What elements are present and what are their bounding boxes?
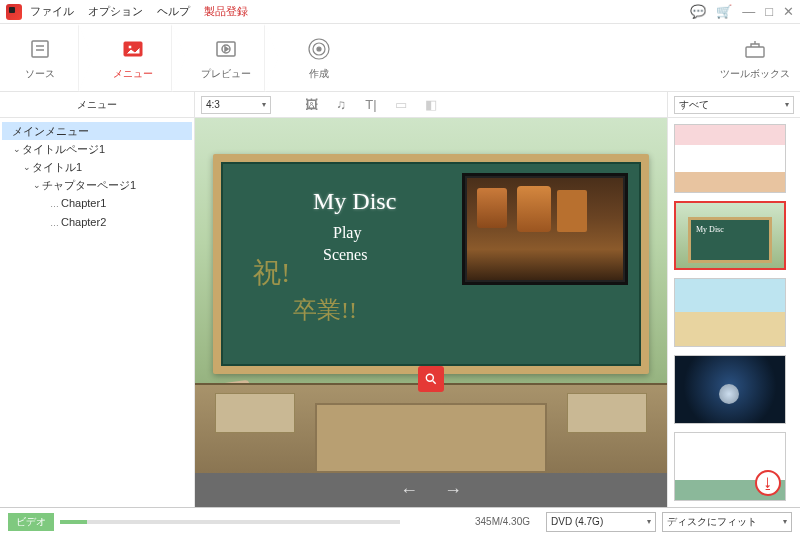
chalkboard: My Disc Play Scenes 祝! 卒業!! <box>221 162 641 366</box>
toolbox-label: ツールボックス <box>720 67 790 81</box>
nav-next-icon[interactable]: → <box>444 480 462 501</box>
cart-icon[interactable]: 🛒 <box>716 4 732 19</box>
disc-title-text[interactable]: My Disc <box>313 188 396 215</box>
template-item-5[interactable]: ⭳ <box>674 432 786 501</box>
left-panel-header: メニュー <box>0 92 194 118</box>
menu-help[interactable]: ヘルプ <box>157 4 190 19</box>
svg-point-10 <box>317 47 321 51</box>
template-item-2[interactable]: My Disc <box>674 201 786 270</box>
create-icon <box>305 35 333 63</box>
menu-tree: メインメニュー ⌄タイトルページ1 ⌄タイトル1 ⌄チャプターページ1 Chap… <box>0 118 194 236</box>
aspect-ratio-select[interactable]: 4:3▾ <box>201 96 271 114</box>
chalk-decoration-1: 祝! <box>253 254 290 292</box>
text-tool-icon[interactable]: T| <box>363 97 379 113</box>
menu-bar: ファイル オプション ヘルプ 製品登録 <box>30 4 690 19</box>
play-button-text[interactable]: Play <box>333 224 361 242</box>
step-menu[interactable]: メニュー <box>93 24 173 92</box>
nav-prev-icon[interactable]: ← <box>400 480 418 501</box>
size-text: 345M/4.30G <box>475 516 530 527</box>
chevron-down-icon: ▾ <box>262 100 266 109</box>
disc-type-select[interactable]: DVD (4.7G)▾ <box>546 512 656 532</box>
scenes-button-text[interactable]: Scenes <box>323 246 367 264</box>
minimize-icon[interactable]: — <box>742 4 755 19</box>
layout-tool-icon[interactable]: ◧ <box>423 97 439 113</box>
frame-tool-icon[interactable]: ▭ <box>393 97 409 113</box>
svg-marker-7 <box>225 47 228 51</box>
magnify-button[interactable] <box>418 366 444 392</box>
template-item-4[interactable] <box>674 355 786 424</box>
svg-rect-0 <box>32 41 48 57</box>
chevron-down-icon: ▾ <box>785 100 789 109</box>
chalk-decoration-2: 卒業!! <box>293 294 357 326</box>
template-item-1[interactable] <box>674 124 786 193</box>
work-area: メニュー メインメニュー ⌄タイトルページ1 ⌄タイトル1 ⌄チャプターページ1… <box>0 92 800 507</box>
maximize-icon[interactable]: □ <box>765 4 773 19</box>
right-panel-header: すべて▾ <box>668 92 800 118</box>
right-panel: すべて▾ My Disc ⭳ <box>668 92 800 507</box>
tree-chapter2[interactable]: Chapter2 <box>2 213 192 232</box>
fit-select[interactable]: ディスクにフィット▾ <box>662 512 792 532</box>
preview-icon <box>212 35 240 63</box>
center-panel: 4:3▾ 🖼 ♫ T| ▭ ◧ My Disc Play Scenes 祝! <box>195 92 668 507</box>
menu-option[interactable]: オプション <box>88 4 143 19</box>
tree-title[interactable]: ⌄タイトル1 <box>2 158 192 176</box>
toolbox-icon <box>741 35 769 63</box>
menu-file[interactable]: ファイル <box>30 4 74 19</box>
chevron-down-icon: ▾ <box>647 517 651 526</box>
step-create[interactable]: 作成 <box>279 24 359 92</box>
step-preview[interactable]: プレビュー <box>186 24 266 92</box>
image-tool-icon[interactable]: 🖼 <box>303 97 319 113</box>
step-source[interactable]: ソース <box>0 24 80 92</box>
title-bar: ファイル オプション ヘルプ 製品登録 💬 🛒 — □ ✕ <box>0 0 800 24</box>
toolbox-button[interactable]: ツールボックス <box>710 24 800 92</box>
video-badge: ビデオ <box>8 513 54 531</box>
chevron-down-icon: ▾ <box>783 517 787 526</box>
tree-chapter-page[interactable]: ⌄チャプターページ1 <box>2 176 192 194</box>
preview-navbar: ← → <box>195 473 667 507</box>
svg-line-14 <box>433 381 436 384</box>
chalkboard-frame: My Disc Play Scenes 祝! 卒業!! <box>213 154 649 374</box>
tree-main-menu[interactable]: メインメニュー <box>2 122 192 140</box>
feedback-icon[interactable]: 💬 <box>690 4 706 19</box>
source-icon <box>26 35 54 63</box>
template-filter-select[interactable]: すべて▾ <box>674 96 794 114</box>
template-2-title: My Disc <box>696 225 724 234</box>
template-item-3[interactable] <box>674 278 786 347</box>
size-progress <box>60 520 400 524</box>
video-thumbnail[interactable] <box>465 176 625 282</box>
status-bar: ビデオ 345M/4.30G DVD (4.7G)▾ ディスクにフィット▾ <box>0 507 800 535</box>
app-icon <box>6 4 22 20</box>
step-source-label: ソース <box>25 67 55 81</box>
preview-canvas[interactable]: My Disc Play Scenes 祝! 卒業!! <box>195 118 667 473</box>
left-panel: メニュー メインメニュー ⌄タイトルページ1 ⌄タイトル1 ⌄チャプターページ1… <box>0 92 195 507</box>
svg-point-13 <box>426 374 433 381</box>
window-controls: 💬 🛒 — □ ✕ <box>690 4 794 19</box>
step-nav: ソース メニュー プレビュー 作成 ツールボックス <box>0 24 800 92</box>
svg-rect-11 <box>746 47 764 57</box>
tree-chapter1[interactable]: Chapter1 <box>2 194 192 213</box>
desk-decoration <box>195 383 667 473</box>
menu-register[interactable]: 製品登録 <box>204 4 248 19</box>
music-tool-icon[interactable]: ♫ <box>333 97 349 113</box>
svg-point-4 <box>128 45 132 49</box>
step-menu-label: メニュー <box>113 67 153 81</box>
tree-title-page[interactable]: ⌄タイトルページ1 <box>2 140 192 158</box>
menu-icon <box>119 35 147 63</box>
close-icon[interactable]: ✕ <box>783 4 794 19</box>
step-create-label: 作成 <box>309 67 329 81</box>
tool-icons: 🖼 ♫ T| ▭ ◧ <box>303 97 439 113</box>
center-toolbar: 4:3▾ 🖼 ♫ T| ▭ ◧ <box>195 92 667 118</box>
step-preview-label: プレビュー <box>201 67 251 81</box>
template-list[interactable]: My Disc ⭳ <box>668 118 800 507</box>
download-icon[interactable]: ⭳ <box>755 470 781 496</box>
